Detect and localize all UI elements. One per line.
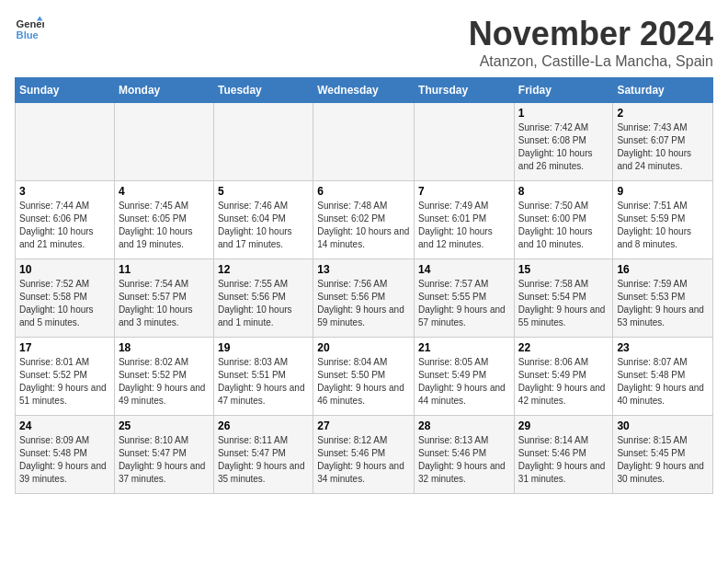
day-number: 4 — [119, 185, 210, 198]
location-title: Atanzon, Castille-La Mancha, Spain — [469, 53, 713, 70]
day-info: Sunrise: 7:56 AM Sunset: 5:56 PM Dayligh… — [317, 278, 410, 329]
calendar-cell: 22Sunrise: 8:06 AM Sunset: 5:49 PM Dayli… — [514, 338, 613, 416]
day-number: 6 — [317, 185, 410, 198]
calendar-cell: 4Sunrise: 7:45 AM Sunset: 6:05 PM Daylig… — [114, 181, 213, 259]
day-info: Sunrise: 8:06 AM Sunset: 5:49 PM Dayligh… — [518, 356, 609, 408]
day-number: 5 — [218, 185, 309, 198]
day-number: 21 — [418, 341, 510, 354]
day-info: Sunrise: 7:50 AM Sunset: 6:00 PM Dayligh… — [518, 200, 609, 251]
day-info: Sunrise: 7:54 AM Sunset: 5:57 PM Dayligh… — [119, 278, 210, 329]
day-info: Sunrise: 8:09 AM Sunset: 5:48 PM Dayligh… — [19, 434, 110, 486]
day-info: Sunrise: 7:42 AM Sunset: 6:08 PM Dayligh… — [518, 121, 609, 173]
calendar-cell: 16Sunrise: 7:59 AM Sunset: 5:53 PM Dayli… — [613, 259, 713, 338]
day-number: 28 — [418, 419, 510, 432]
day-number: 14 — [418, 263, 510, 276]
logo: General Blue — [15, 15, 44, 44]
calendar-cell: 30Sunrise: 8:15 AM Sunset: 5:45 PM Dayli… — [613, 416, 713, 494]
day-number: 20 — [317, 341, 410, 354]
day-info: Sunrise: 7:55 AM Sunset: 5:56 PM Dayligh… — [218, 278, 309, 329]
calendar-cell: 28Sunrise: 8:13 AM Sunset: 5:46 PM Dayli… — [415, 416, 515, 494]
day-info: Sunrise: 7:58 AM Sunset: 5:54 PM Dayligh… — [518, 278, 609, 329]
calendar-cell — [114, 103, 213, 181]
day-number: 16 — [617, 263, 709, 276]
svg-text:Blue: Blue — [17, 29, 39, 40]
day-number: 18 — [119, 341, 210, 354]
calendar-cell: 8Sunrise: 7:50 AM Sunset: 6:00 PM Daylig… — [514, 181, 613, 259]
day-number: 12 — [218, 263, 309, 276]
calendar-cell: 25Sunrise: 8:10 AM Sunset: 5:47 PM Dayli… — [114, 416, 213, 494]
day-info: Sunrise: 8:10 AM Sunset: 5:47 PM Dayligh… — [119, 434, 210, 486]
calendar-week-row: 10Sunrise: 7:52 AM Sunset: 5:58 PM Dayli… — [16, 259, 713, 338]
day-info: Sunrise: 7:43 AM Sunset: 6:07 PM Dayligh… — [617, 121, 709, 173]
calendar-cell: 20Sunrise: 8:04 AM Sunset: 5:50 PM Dayli… — [313, 338, 415, 416]
day-info: Sunrise: 8:07 AM Sunset: 5:48 PM Dayligh… — [617, 356, 709, 408]
calendar-cell: 5Sunrise: 7:46 AM Sunset: 6:04 PM Daylig… — [213, 181, 313, 259]
day-number: 7 — [418, 185, 510, 198]
day-info: Sunrise: 8:12 AM Sunset: 5:46 PM Dayligh… — [317, 434, 410, 486]
day-number: 10 — [19, 263, 110, 276]
weekday-header: Monday — [114, 78, 213, 103]
title-section: November 2024 Atanzon, Castille-La Manch… — [469, 15, 713, 70]
day-info: Sunrise: 8:02 AM Sunset: 5:52 PM Dayligh… — [119, 356, 210, 408]
calendar-cell — [213, 103, 313, 181]
calendar-cell: 1Sunrise: 7:42 AM Sunset: 6:08 PM Daylig… — [514, 103, 613, 181]
calendar-cell: 7Sunrise: 7:49 AM Sunset: 6:01 PM Daylig… — [415, 181, 515, 259]
calendar-cell: 10Sunrise: 7:52 AM Sunset: 5:58 PM Dayli… — [16, 259, 115, 338]
weekday-header: Sunday — [16, 78, 115, 103]
calendar-cell: 29Sunrise: 8:14 AM Sunset: 5:46 PM Dayli… — [514, 416, 613, 494]
calendar-cell: 17Sunrise: 8:01 AM Sunset: 5:52 PM Dayli… — [16, 338, 115, 416]
day-number: 11 — [119, 263, 210, 276]
day-number: 13 — [317, 263, 410, 276]
weekday-header: Tuesday — [213, 78, 313, 103]
day-info: Sunrise: 8:04 AM Sunset: 5:50 PM Dayligh… — [317, 356, 410, 408]
day-info: Sunrise: 7:45 AM Sunset: 6:05 PM Dayligh… — [119, 200, 210, 251]
calendar-cell — [16, 103, 115, 181]
day-info: Sunrise: 8:11 AM Sunset: 5:47 PM Dayligh… — [218, 434, 309, 486]
day-number: 9 — [617, 185, 709, 198]
day-number: 22 — [518, 341, 609, 354]
day-number: 2 — [617, 107, 709, 120]
calendar-cell: 2Sunrise: 7:43 AM Sunset: 6:07 PM Daylig… — [613, 103, 713, 181]
weekday-header-row: SundayMondayTuesdayWednesdayThursdayFrid… — [16, 78, 713, 103]
calendar-cell: 13Sunrise: 7:56 AM Sunset: 5:56 PM Dayli… — [313, 259, 415, 338]
day-info: Sunrise: 7:48 AM Sunset: 6:02 PM Dayligh… — [317, 200, 410, 251]
day-number: 1 — [518, 107, 609, 120]
day-number: 24 — [19, 419, 110, 432]
day-info: Sunrise: 8:01 AM Sunset: 5:52 PM Dayligh… — [19, 356, 110, 408]
day-info: Sunrise: 7:57 AM Sunset: 5:55 PM Dayligh… — [418, 278, 510, 329]
calendar-cell: 15Sunrise: 7:58 AM Sunset: 5:54 PM Dayli… — [514, 259, 613, 338]
day-info: Sunrise: 7:46 AM Sunset: 6:04 PM Dayligh… — [218, 200, 309, 251]
day-number: 29 — [518, 419, 609, 432]
day-info: Sunrise: 7:59 AM Sunset: 5:53 PM Dayligh… — [617, 278, 709, 329]
calendar-cell: 26Sunrise: 8:11 AM Sunset: 5:47 PM Dayli… — [213, 416, 313, 494]
weekday-header: Wednesday — [313, 78, 415, 103]
calendar-cell: 23Sunrise: 8:07 AM Sunset: 5:48 PM Dayli… — [613, 338, 713, 416]
calendar-week-row: 24Sunrise: 8:09 AM Sunset: 5:48 PM Dayli… — [16, 416, 713, 494]
day-info: Sunrise: 7:44 AM Sunset: 6:06 PM Dayligh… — [19, 200, 110, 251]
calendar-cell — [415, 103, 515, 181]
calendar-cell: 18Sunrise: 8:02 AM Sunset: 5:52 PM Dayli… — [114, 338, 213, 416]
day-number: 17 — [19, 341, 110, 354]
weekday-header: Thursday — [415, 78, 515, 103]
calendar-week-row: 3Sunrise: 7:44 AM Sunset: 6:06 PM Daylig… — [16, 181, 713, 259]
day-info: Sunrise: 7:49 AM Sunset: 6:01 PM Dayligh… — [418, 200, 510, 251]
calendar-cell — [313, 103, 415, 181]
day-number: 15 — [518, 263, 609, 276]
calendar-cell: 9Sunrise: 7:51 AM Sunset: 5:59 PM Daylig… — [613, 181, 713, 259]
day-info: Sunrise: 8:15 AM Sunset: 5:45 PM Dayligh… — [617, 434, 709, 486]
calendar-week-row: 1Sunrise: 7:42 AM Sunset: 6:08 PM Daylig… — [16, 103, 713, 181]
calendar-cell: 11Sunrise: 7:54 AM Sunset: 5:57 PM Dayli… — [114, 259, 213, 338]
logo-icon: General Blue — [15, 15, 44, 44]
calendar-cell: 24Sunrise: 8:09 AM Sunset: 5:48 PM Dayli… — [16, 416, 115, 494]
day-number: 25 — [119, 419, 210, 432]
calendar-cell: 14Sunrise: 7:57 AM Sunset: 5:55 PM Dayli… — [415, 259, 515, 338]
weekday-header: Saturday — [613, 78, 713, 103]
day-number: 30 — [617, 419, 709, 432]
calendar-cell: 12Sunrise: 7:55 AM Sunset: 5:56 PM Dayli… — [213, 259, 313, 338]
weekday-header: Friday — [514, 78, 613, 103]
day-number: 27 — [317, 419, 410, 432]
calendar-week-row: 17Sunrise: 8:01 AM Sunset: 5:52 PM Dayli… — [16, 338, 713, 416]
day-number: 19 — [218, 341, 309, 354]
calendar-cell: 27Sunrise: 8:12 AM Sunset: 5:46 PM Dayli… — [313, 416, 415, 494]
day-number: 23 — [617, 341, 709, 354]
